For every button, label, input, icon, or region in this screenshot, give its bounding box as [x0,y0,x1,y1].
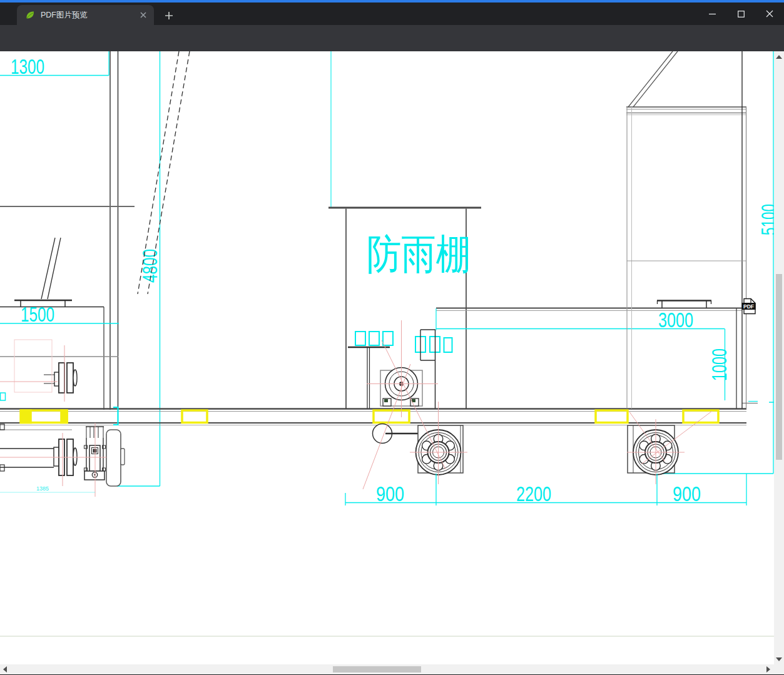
scroll-left-icon[interactable] [0,664,11,674]
browser-tab[interactable]: PDF图片预览 [17,5,154,25]
close-window-icon[interactable] [755,3,784,25]
minimize-icon[interactable] [698,3,726,25]
window-controls [698,3,784,25]
tab-title: PDF图片预览 [41,10,138,21]
scroll-down-icon[interactable] [774,654,784,664]
vertical-scrollbar[interactable] [774,51,784,664]
dim-1300: 1300 [0,51,109,78]
rail-end-cyan-bracket [113,407,118,425]
left-axle-assembly [0,424,77,475]
horizontal-scrollbar[interactable] [0,664,774,674]
svg-text:5100: 5100 [756,204,774,235]
dim-1500: 1500 [0,302,119,326]
svg-text:PDF: PDF [743,303,754,310]
dim-bottom-chain: 900 2200 900 [345,474,746,505]
vertical-scrollbar-thumb[interactable] [776,274,782,460]
svg-text:900: 900 [673,482,701,505]
dim-1000: 1000 [707,329,731,401]
scrollbar-corner [774,664,784,675]
wheel-right [628,425,678,475]
left-view-centerlines [0,340,64,402]
left-wheel-side [106,430,125,486]
left-upper-pulley [44,363,77,393]
scroll-up-icon[interactable] [774,51,784,62]
svg-text:3000: 3000 [658,308,693,332]
svg-text:4800: 4800 [138,249,161,283]
titlebar: PDF图片预览 [0,3,784,25]
svg-text:1500: 1500 [21,302,54,326]
wheel-left [416,425,464,475]
left-cyan-detail [1,393,6,400]
drive-shaft [373,424,419,444]
rail-highlight-clips [21,410,718,423]
dim-4800: 4800 [117,51,161,486]
cad-drawing: 1300 4800 1500 [0,51,774,664]
dim-1385: 1385 [0,485,95,492]
shelter-label: 防雨棚 [367,231,471,277]
maximize-icon[interactable] [726,3,755,25]
pdf-file-icon[interactable]: PDF [742,299,756,314]
tab-close-icon[interactable] [138,9,149,21]
dim-3000: 3000 [436,308,725,332]
svg-text:1300: 1300 [11,54,44,78]
new-tab-icon[interactable] [162,9,176,23]
svg-text:900: 900 [376,482,404,505]
left-view-structure [0,51,190,410]
favicon-spring-leaf-icon [25,10,35,20]
browser-toolbar: localhost:8012/onlinePreview?url=http%3A… [0,25,784,51]
scroll-right-icon[interactable] [763,664,774,674]
preview-canvas[interactable]: 1300 4800 1500 [0,51,774,664]
svg-text:1000: 1000 [707,348,731,381]
shelter-cyan-boxes [355,332,452,352]
svg-text:2200: 2200 [516,482,551,505]
horizontal-scrollbar-thumb[interactable] [333,666,421,672]
svg-text:1385: 1385 [36,485,49,492]
